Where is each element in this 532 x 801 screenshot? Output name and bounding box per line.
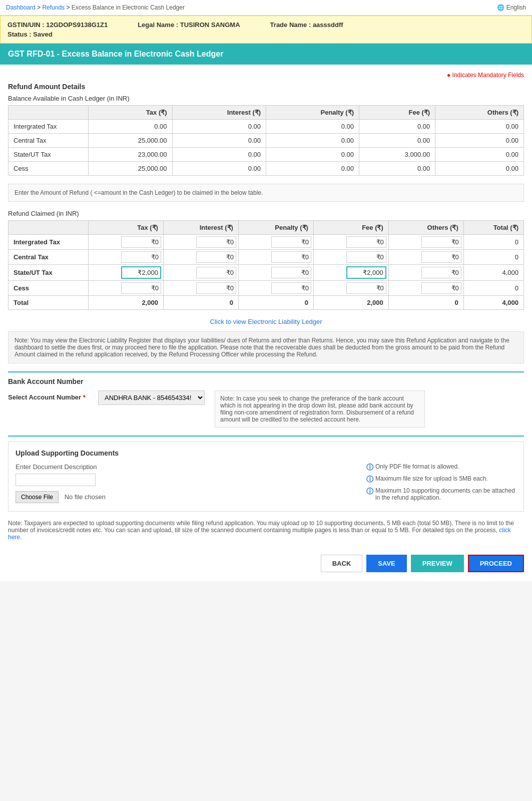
row-tax: 23,000.00 (89, 148, 173, 162)
row-fee: 3,000.00 (359, 148, 435, 162)
refund-claimed-title: Refund Claimed (in INR) (8, 210, 524, 217)
rc-col-penalty: Penalty (₹) (238, 221, 313, 235)
row-fee: 0.00 (359, 134, 435, 148)
row-label: Intergrated Tax (9, 235, 89, 250)
input-cell-tax (89, 265, 164, 281)
col-header-penalty: Penalty (₹) (266, 106, 359, 120)
input-cell-fee (313, 265, 388, 281)
input-cell-interest (163, 250, 238, 265)
input-cell-others (388, 265, 463, 281)
input-others[interactable] (421, 267, 461, 278)
row-label: Cess (9, 281, 89, 296)
desc-label: Enter Document Description (16, 463, 356, 471)
gstin-label: GSTIN/UIN : 12GDOPS9138G1Z1 (8, 21, 108, 29)
input-cell-others (388, 235, 463, 250)
rc-col-fee: Fee (₹) (313, 221, 388, 235)
input-cell-interest (163, 265, 238, 281)
row-others: 0.00 (435, 162, 524, 176)
status-value: Saved (33, 31, 52, 38)
input-cell-penalty (238, 250, 313, 265)
upload-title: Upload Supporting Documents (16, 449, 516, 457)
input-interest[interactable] (196, 267, 236, 278)
breadcrumb-dashboard[interactable]: Dashboard (6, 4, 36, 11)
input-cell-penalty (238, 265, 313, 281)
col-header-empty (9, 106, 89, 120)
input-tax[interactable] (121, 282, 161, 294)
input-cell-fee (313, 281, 388, 296)
table-row: State/UT Tax 23,000.00 0.00 0.00 3,000.0… (9, 148, 524, 162)
input-penalty[interactable] (271, 267, 311, 278)
input-fee[interactable] (346, 236, 386, 248)
row-fee: 0.00 (359, 120, 435, 134)
rc-col-interest: Interest (₹) (163, 221, 238, 235)
input-penalty[interactable] (271, 282, 311, 294)
bank-note: Note: In case you seek to change the pre… (215, 390, 425, 428)
input-fee[interactable] (346, 282, 386, 294)
back-button[interactable]: BACK (321, 555, 363, 572)
row-label: Intergrated Tax (9, 120, 89, 134)
input-others[interactable] (421, 251, 461, 263)
input-fee[interactable] (346, 266, 386, 279)
row-tax: 25,000.00 (89, 162, 173, 176)
row-total: 0 (463, 250, 523, 265)
row-others: 0.00 (435, 148, 524, 162)
input-cell-interest (163, 281, 238, 296)
refund-claimed-table: Tax (₹) Interest (₹) Penalty (₹) Fee (₹)… (8, 220, 524, 310)
document-description-input[interactable] (16, 474, 96, 486)
row-interest: 0.00 (172, 134, 266, 148)
input-tax[interactable] (121, 266, 161, 279)
input-penalty[interactable] (271, 236, 311, 248)
input-cell-tax (89, 250, 164, 265)
input-cell-fee (313, 235, 388, 250)
preview-button[interactable]: PREVIEW (411, 555, 464, 572)
save-button[interactable]: SAVE (366, 555, 406, 572)
rc-col-empty (9, 221, 89, 235)
liability-ledger-link[interactable]: Click to view Electronic Liability Ledge… (8, 318, 524, 325)
row-label: Cess (9, 162, 89, 176)
table-row: Intergrated Tax 0.00 0.00 0.00 0.00 0.00 (9, 120, 524, 134)
row-total: 4,000 (463, 265, 523, 281)
language-selector[interactable]: 🌐 English (497, 4, 526, 11)
breadcrumb-refunds[interactable]: Refunds (42, 4, 65, 11)
no-file-text: No file chosen (65, 493, 106, 501)
bank-section: Bank Account Number Select Account Numbe… (8, 377, 524, 428)
balance-table: Tax (₹) Interest (₹) Penalty (₹) Fee (₹)… (8, 105, 524, 176)
upload-note-3: ⓘ Maximum 10 supporting documents can be… (366, 487, 516, 501)
table-row: Intergrated Tax 0 (9, 235, 524, 250)
row-penalty: 0.00 (266, 134, 359, 148)
col-header-fee: Fee (₹) (359, 106, 435, 120)
input-interest[interactable] (196, 251, 236, 263)
input-cell-others (388, 281, 463, 296)
table-row: State/UT Tax 4,000 (9, 265, 524, 281)
col-header-tax: Tax (₹) (89, 106, 173, 120)
upload-right: ⓘ Only PDF file format is allowed. ⓘ Max… (366, 463, 516, 504)
divider-bank (8, 371, 524, 372)
input-tax[interactable] (121, 251, 161, 263)
legal-name: Legal Name : TUSIRON SANGMA (138, 21, 240, 29)
bank-select-wrap: ANDHRA BANK - 854654334! (98, 390, 205, 405)
input-cell-penalty (238, 235, 313, 250)
input-interest[interactable] (196, 236, 236, 248)
bank-label: Select Account Number * (8, 390, 88, 401)
input-others[interactable] (421, 282, 461, 294)
proceed-button[interactable]: PROCEED (468, 555, 524, 572)
row-tax: 25,000.00 (89, 134, 173, 148)
info-icon-2: ⓘ (366, 475, 373, 484)
input-others[interactable] (421, 236, 461, 248)
divider-upload (8, 436, 524, 437)
bank-account-select[interactable]: ANDHRA BANK - 854654334! (98, 390, 205, 405)
input-penalty[interactable] (271, 251, 311, 263)
row-label: State/UT Tax (9, 265, 89, 281)
liability-note: Note: You may view the Electronic Liabil… (8, 331, 524, 363)
input-fee[interactable] (346, 251, 386, 263)
input-cell-fee (313, 250, 388, 265)
choose-file-button[interactable]: Choose File (16, 491, 59, 503)
table-row: Cess 25,000.00 0.00 0.00 0.00 0.00 (9, 162, 524, 176)
row-label: Central Tax (9, 250, 89, 265)
trade-name: Trade Name : aasssddff (270, 21, 343, 29)
input-cell-penalty (238, 281, 313, 296)
input-tax[interactable] (121, 236, 161, 248)
breadcrumb: Dashboard > Refunds > Excess Balance in … (0, 0, 532, 16)
input-interest[interactable] (196, 282, 236, 294)
row-label: Central Tax (9, 134, 89, 148)
